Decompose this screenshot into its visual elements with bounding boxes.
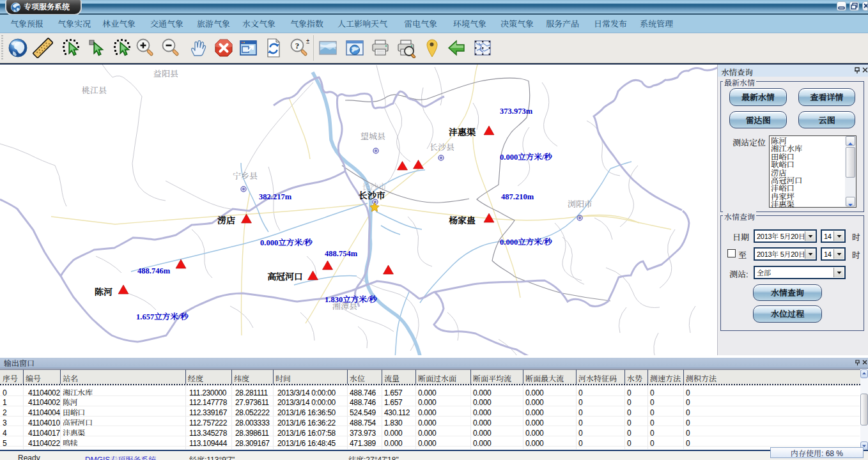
svg-text:488.754m: 488.754m xyxy=(325,247,358,259)
svg-text:488.746m: 488.746m xyxy=(137,264,171,276)
svg-text:1.830立方米/秒: 1.830立方米/秒 xyxy=(325,293,377,305)
svg-text:382.217m: 382.217m xyxy=(259,190,292,202)
svg-text:长沙县: 长沙县 xyxy=(430,141,454,153)
svg-text:487.210m: 487.210m xyxy=(501,190,534,202)
svg-text:宁乡县: 宁乡县 xyxy=(233,169,258,181)
svg-text:373.973m: 373.973m xyxy=(500,105,533,116)
svg-text:望城县: 望城县 xyxy=(360,130,385,142)
svg-text:高冠河口: 高冠河口 xyxy=(267,270,303,282)
svg-text:0.000立方米/秒: 0.000立方米/秒 xyxy=(500,151,552,162)
svg-text:桃江县: 桃江县 xyxy=(82,84,107,96)
svg-text:长沙市: 长沙市 xyxy=(359,188,385,201)
svg-text:沣惠渠: 沣惠渠 xyxy=(449,125,476,138)
svg-text:0.000立方米/秒: 0.000立方米/秒 xyxy=(260,236,313,248)
svg-text:杨家蛊: 杨家蛊 xyxy=(449,213,476,226)
svg-text:浏阳市: 浏阳市 xyxy=(568,197,593,210)
svg-text:±: ± xyxy=(306,38,309,45)
svg-text:0.000立方米/秒: 0.000立方米/秒 xyxy=(500,236,552,247)
svg-text:涝店: 涝店 xyxy=(217,213,235,226)
svg-text:陈河: 陈河 xyxy=(95,285,112,298)
svg-text:益阳县: 益阳县 xyxy=(153,67,178,79)
svg-text:1.657立方米/秒: 1.657立方米/秒 xyxy=(136,310,189,322)
svg-text:?: ? xyxy=(295,41,300,50)
